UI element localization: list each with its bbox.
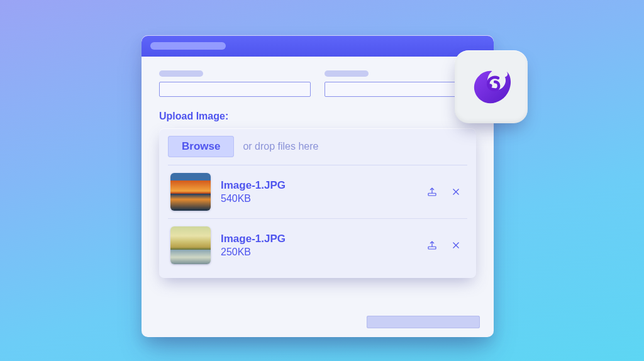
file-size: 540KB <box>221 193 416 204</box>
file-item: Image-1.JPG 250KB <box>168 219 467 272</box>
upload-section-label: Upload Image: <box>159 111 476 122</box>
file-size: 250KB <box>221 247 416 258</box>
close-icon[interactable] <box>450 239 462 252</box>
footer-placeholder-button[interactable] <box>367 316 480 328</box>
file-name: Image-1.JPG <box>221 233 416 245</box>
input-row <box>159 70 476 97</box>
titlebar-placeholder <box>150 42 226 50</box>
file-item: Image-1.JPG 540KB <box>168 165 467 219</box>
upload-icon[interactable] <box>426 186 438 198</box>
svg-rect-0 <box>428 193 436 196</box>
dropzone[interactable]: Browse or drop files here <box>168 136 467 165</box>
svg-point-2 <box>488 84 492 87</box>
close-icon[interactable] <box>450 186 462 198</box>
field-2-input[interactable] <box>325 82 476 97</box>
window-titlebar <box>142 35 494 57</box>
field-2-label-stub <box>325 70 369 77</box>
dropzone-hint: or drop files here <box>243 141 318 152</box>
field-1-label-stub <box>159 70 203 77</box>
app-window: Upload Image: Browse or drop files here … <box>142 35 494 337</box>
browse-button[interactable]: Browse <box>168 136 234 157</box>
upload-panel: Browse or drop files here Image-1.JPG 54… <box>159 128 476 278</box>
file-thumbnail <box>170 226 211 264</box>
field-1 <box>159 70 311 97</box>
field-1-input[interactable] <box>159 82 311 97</box>
svg-rect-1 <box>428 247 436 249</box>
app-badge <box>455 50 528 123</box>
upload-icon[interactable] <box>426 239 438 252</box>
blazor-icon <box>467 62 516 111</box>
file-name: Image-1.JPG <box>221 179 416 192</box>
window-content: Upload Image: Browse or drop files here … <box>142 57 494 286</box>
file-thumbnail <box>170 173 211 211</box>
field-2 <box>325 70 476 97</box>
